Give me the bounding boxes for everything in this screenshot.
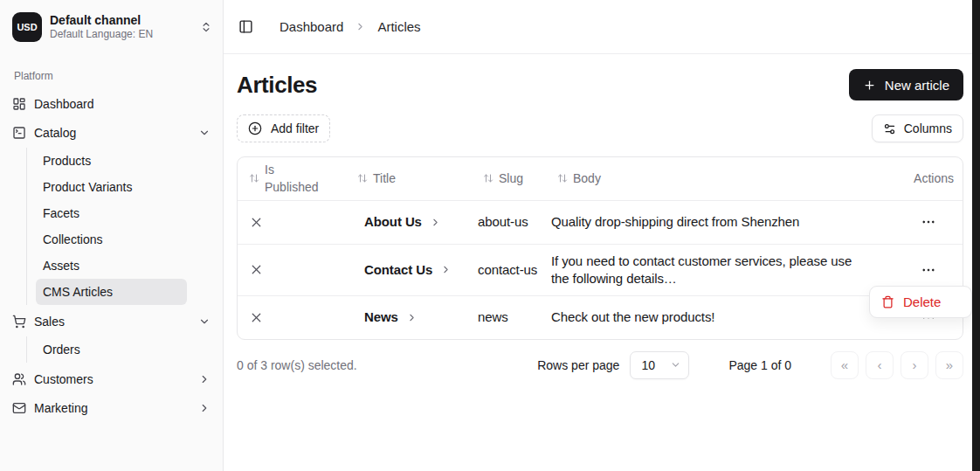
- ellipsis-icon: [921, 214, 936, 230]
- sort-icon[interactable]: [357, 173, 368, 184]
- chevron-right-icon: ›: [913, 357, 917, 372]
- sidebar-item-collections[interactable]: Collections: [36, 226, 187, 253]
- sidebar-section-label: Platform: [0, 51, 223, 91]
- topbar: Dashboard Articles: [224, 0, 972, 54]
- sort-icon[interactable]: [557, 173, 568, 184]
- channel-name: Default channel: [50, 12, 192, 28]
- selection-status: 0 of 3 row(s) selected.: [237, 358, 537, 372]
- table-row[interactable]: News news Check out the new products!: [238, 295, 963, 339]
- ellipsis-icon: [921, 262, 936, 278]
- add-filter-button[interactable]: Add filter: [237, 114, 330, 142]
- sidebar-item-assets[interactable]: Assets: [36, 253, 187, 279]
- channel-language: Default Language: EN: [50, 28, 192, 42]
- shopping-cart-icon: [12, 315, 26, 329]
- rows-per-page-select[interactable]: 10: [630, 351, 689, 379]
- article-title-link[interactable]: Contact Us: [364, 261, 466, 279]
- sidebar-item-sales[interactable]: Sales: [7, 308, 216, 335]
- slug-cell: about-us: [473, 205, 548, 239]
- chevron-down-icon: [198, 315, 210, 328]
- sidebar-item-products[interactable]: Products: [36, 148, 187, 174]
- table-row[interactable]: About Us about-us Quality drop-shipping …: [238, 200, 963, 244]
- sort-icon[interactable]: [249, 173, 259, 184]
- channel-badge: USD: [12, 12, 42, 42]
- table-row[interactable]: Contact Us contact-us If you need to con…: [238, 244, 963, 295]
- chevron-left-icon: ‹: [878, 357, 882, 372]
- body-cell: Quality drop-shipping direct from Shenzh…: [548, 205, 882, 239]
- sidebar-toggle-button[interactable]: [238, 19, 253, 34]
- table-footer: 0 of 3 row(s) selected. Rows per page 10…: [237, 351, 963, 379]
- column-header-slug: Slug: [473, 168, 548, 189]
- column-header-is-published: Is Published: [238, 157, 350, 200]
- sales-subnav: Orders: [26, 336, 187, 363]
- sidebar-item-orders[interactable]: Orders: [36, 336, 187, 363]
- breadcrumb: Dashboard Articles: [280, 19, 421, 34]
- sidebar-item-cms-articles[interactable]: CMS Articles: [36, 279, 187, 305]
- page-indicator: Page 1 of 0: [728, 358, 791, 372]
- row-context-menu: Delete: [869, 286, 972, 318]
- app-window: USD Default channel Default Language: EN…: [0, 0, 980, 471]
- sidebar-item-label: Catalog: [34, 126, 76, 140]
- catalog-subnav: Products Product Variants Facets Collect…: [26, 148, 187, 305]
- plus-icon: [863, 79, 876, 92]
- trash-icon: [881, 295, 894, 308]
- layout-dashboard-icon: [12, 97, 26, 111]
- row-actions-button[interactable]: [919, 212, 938, 232]
- column-header-actions: Actions: [882, 168, 963, 189]
- row-actions-button[interactable]: [919, 260, 938, 280]
- mail-icon: [12, 401, 26, 415]
- chevron-right-icon: [198, 402, 210, 414]
- chevron-right-icon: [198, 373, 210, 385]
- settings-sliders-icon: [883, 122, 896, 135]
- columns-button[interactable]: Columns: [872, 114, 963, 142]
- new-article-button[interactable]: New article: [849, 69, 963, 100]
- body-cell: Check out the new products!: [548, 301, 882, 334]
- square-terminal-icon: [12, 126, 26, 140]
- breadcrumb-articles[interactable]: Articles: [377, 19, 420, 34]
- panel-left-icon: [238, 19, 253, 34]
- first-page-button[interactable]: «: [831, 351, 859, 379]
- article-title-link[interactable]: News: [364, 308, 466, 326]
- sidebar-item-facets[interactable]: Facets: [36, 200, 187, 226]
- channel-switcher[interactable]: USD Default channel Default Language: EN: [0, 0, 223, 51]
- x-icon: [249, 310, 343, 325]
- x-icon: [249, 215, 343, 230]
- sidebar-item-catalog[interactable]: Catalog: [7, 120, 216, 146]
- rows-per-page-label: Rows per page: [537, 358, 619, 372]
- sidebar-item-marketing[interactable]: Marketing: [7, 395, 216, 421]
- chevron-down-icon: [670, 359, 681, 371]
- sidebar-item-label: Customers: [34, 372, 93, 386]
- sidebar-item-customers[interactable]: Customers: [7, 366, 216, 392]
- main-area: Dashboard Articles Articles New article: [224, 0, 972, 471]
- chevrons-right-icon: »: [946, 357, 953, 372]
- page-content: Articles New article Add filter: [224, 54, 972, 471]
- users-icon: [12, 372, 26, 386]
- chevrons-left-icon: «: [841, 357, 848, 372]
- slug-cell: contact-us: [473, 253, 548, 287]
- table-header-row: Is Published Title Slug: [238, 157, 963, 200]
- sidebar-item-label: Sales: [34, 315, 65, 329]
- page-title: Articles: [237, 72, 317, 99]
- chevron-right-icon: [430, 217, 441, 228]
- slug-cell: news: [473, 301, 548, 334]
- previous-page-button[interactable]: ‹: [866, 351, 894, 379]
- is-published-cell: [238, 254, 350, 285]
- column-header-title: Title: [350, 168, 473, 189]
- breadcrumb-dashboard[interactable]: Dashboard: [280, 19, 343, 34]
- article-title-link[interactable]: About Us: [364, 213, 466, 231]
- last-page-button[interactable]: »: [935, 351, 963, 379]
- articles-table: Is Published Title Slug: [237, 156, 963, 340]
- delete-menu-item[interactable]: Delete: [870, 294, 971, 309]
- sidebar-item-product-variants[interactable]: Product Variants: [36, 174, 187, 200]
- window-edge-strip: [972, 0, 980, 471]
- sidebar-item-dashboard[interactable]: Dashboard: [7, 91, 216, 117]
- sidebar-item-label: Marketing: [34, 401, 87, 415]
- chevron-down-icon: [198, 127, 210, 139]
- sort-icon[interactable]: [483, 173, 493, 184]
- body-cell: If you need to contact customer services…: [548, 245, 882, 295]
- sidebar-item-label: Dashboard: [34, 97, 94, 111]
- is-published-cell: [238, 207, 350, 238]
- circle-plus-icon: [248, 121, 262, 135]
- next-page-button[interactable]: ›: [901, 351, 928, 379]
- chevron-right-icon: [406, 312, 418, 323]
- sidebar-nav: Dashboard Catalog Products Product Varia…: [0, 91, 223, 421]
